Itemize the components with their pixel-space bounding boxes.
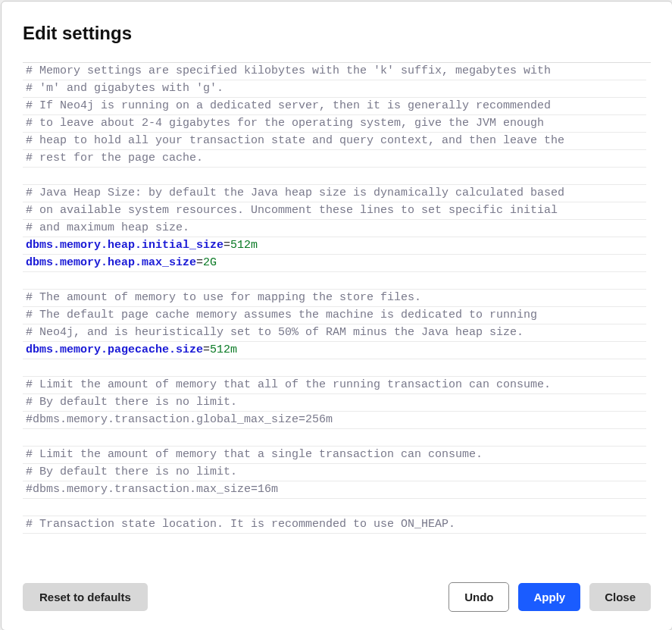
- editor-line[interactable]: # on available system resources. Uncomme…: [23, 202, 646, 220]
- editor-line[interactable]: # By default there is no limit.: [23, 394, 646, 412]
- editor-line[interactable]: #dbms.memory.transaction.global_max_size…: [23, 412, 646, 429]
- editor-line[interactable]: # rest for the page cache.: [23, 150, 646, 168]
- comment-text: # Java Heap Size: by default the Java he…: [26, 186, 564, 199]
- editor-line[interactable]: [23, 168, 646, 185]
- editor-line[interactable]: # Memory settings are specified kilobyte…: [23, 63, 646, 80]
- editor-line[interactable]: # 'm' and gigabytes with 'g'.: [23, 80, 646, 98]
- editor-line[interactable]: [23, 499, 646, 516]
- editor-line[interactable]: [23, 359, 646, 377]
- comment-text: # and maximum heap size.: [26, 221, 189, 234]
- comment-text: # By default there is no limit.: [26, 465, 237, 478]
- setting-key: dbms.memory.heap.max_size: [26, 256, 196, 269]
- editor-line[interactable]: # and maximum heap size.: [23, 220, 646, 237]
- editor-line[interactable]: # Transaction state location. It is reco…: [23, 516, 646, 534]
- comment-text: # to leave about 2-4 gigabytes for the o…: [26, 117, 544, 130]
- editor-line[interactable]: #dbms.memory.transaction.max_size=16m: [23, 481, 646, 499]
- editor-line[interactable]: # If Neo4j is running on a dedicated ser…: [23, 98, 646, 115]
- comment-text: # The default page cache memory assumes …: [26, 309, 537, 321]
- dialog-footer: Reset to defaults Undo Apply Close: [23, 564, 651, 612]
- comment-text: # Limit the amount of memory that all of…: [26, 378, 551, 391]
- comment-text: # heap to hold all your transaction stat…: [26, 134, 564, 147]
- reset-to-defaults-button[interactable]: Reset to defaults: [23, 583, 148, 611]
- comment-text: # The amount of memory to use for mappin…: [26, 291, 421, 304]
- editor-line[interactable]: dbms.memory.heap.initial_size=512m: [23, 237, 646, 255]
- settings-editor[interactable]: # Memory settings are specified kilobyte…: [23, 63, 651, 564]
- editor-line[interactable]: # Limit the amount of memory that a sing…: [23, 447, 646, 464]
- comment-text: # Memory settings are specified kilobyte…: [26, 64, 551, 77]
- editor-line[interactable]: [23, 429, 646, 447]
- setting-key: dbms.memory.pagecache.size: [26, 343, 203, 356]
- setting-equals: =: [203, 343, 210, 356]
- comment-text: # rest for the page cache.: [26, 152, 203, 165]
- comment-text: # Limit the amount of memory that a sing…: [26, 448, 483, 461]
- editor-line[interactable]: # Limit the amount of memory that all of…: [23, 377, 646, 394]
- undo-button[interactable]: Undo: [449, 582, 509, 612]
- close-button[interactable]: Close: [589, 583, 651, 611]
- comment-text: # 'm' and gigabytes with 'g'.: [26, 82, 223, 95]
- editor-line[interactable]: [23, 272, 646, 290]
- editor-line[interactable]: # The amount of memory to use for mappin…: [23, 290, 646, 307]
- editor-line[interactable]: dbms.memory.heap.max_size=2G: [23, 255, 646, 272]
- editor-line[interactable]: # The default page cache memory assumes …: [23, 307, 646, 324]
- comment-text: #dbms.memory.transaction.max_size=16m: [26, 483, 278, 496]
- editor-line[interactable]: # to leave about 2-4 gigabytes for the o…: [23, 115, 646, 133]
- editor-line[interactable]: # Neo4j, and is heuristically set to 50%…: [23, 324, 646, 342]
- comment-text: # Transaction state location. It is reco…: [26, 518, 455, 531]
- setting-equals: =: [223, 239, 230, 252]
- editor-line[interactable]: # heap to hold all your transaction stat…: [23, 133, 646, 150]
- dialog-title: Edit settings: [23, 23, 651, 44]
- setting-value: 512m: [230, 239, 258, 252]
- editor-line[interactable]: # Java Heap Size: by default the Java he…: [23, 185, 646, 202]
- edit-settings-dialog: Edit settings # Memory settings are spec…: [1, 1, 672, 630]
- settings-editor-wrap: # Memory settings are specified kilobyte…: [23, 62, 651, 564]
- apply-button[interactable]: Apply: [518, 583, 580, 611]
- comment-text: # If Neo4j is running on a dedicated ser…: [26, 99, 551, 112]
- comment-text: # By default there is no limit.: [26, 396, 237, 409]
- setting-value: 512m: [210, 343, 237, 356]
- comment-text: # on available system resources. Uncomme…: [26, 204, 558, 217]
- setting-key: dbms.memory.heap.initial_size: [26, 239, 223, 252]
- editor-line[interactable]: # By default there is no limit.: [23, 464, 646, 481]
- setting-value: 2G: [203, 256, 217, 269]
- setting-equals: =: [196, 256, 203, 269]
- editor-line[interactable]: dbms.memory.pagecache.size=512m: [23, 342, 646, 359]
- comment-text: # Neo4j, and is heuristically set to 50%…: [26, 326, 524, 339]
- comment-text: #dbms.memory.transaction.global_max_size…: [26, 413, 333, 426]
